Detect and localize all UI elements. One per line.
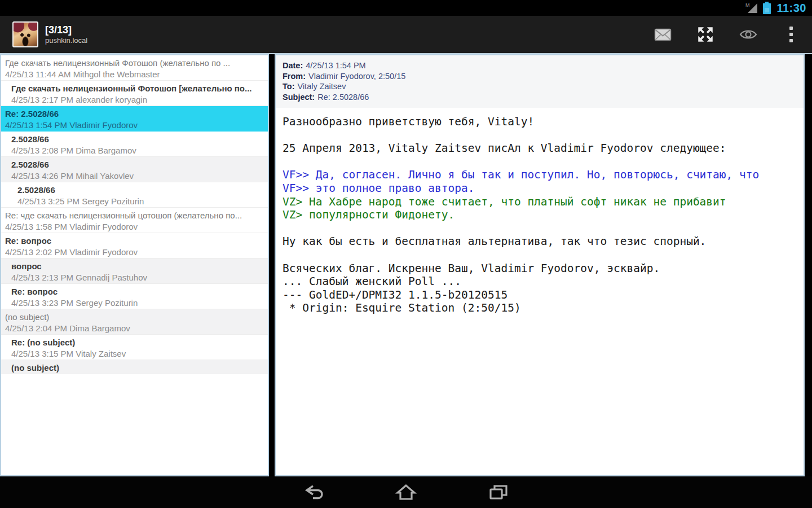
header-value: Vitaly Zaitsev <box>297 82 346 91</box>
body-line: VZ> популярности Фидонету. <box>283 208 800 222</box>
body-line: * Origin: Esquire Station (2:50/15) <box>283 301 800 315</box>
list-item[interactable]: 2.5028/664/25/13 4:26 PM Mihail Yakovlev <box>1 157 268 182</box>
overflow-menu-button[interactable] <box>782 25 801 44</box>
list-item[interactable]: (no subject) <box>1 360 268 374</box>
message-subject: Re: (no subject) <box>11 336 263 348</box>
body-line: ... Слабый женский Poll ... <box>283 275 800 288</box>
message-list: Где скачать нелицензионный Фотошоп (жела… <box>0 54 269 476</box>
header-row: To:Vitaly Zaitsev <box>283 81 797 92</box>
list-item[interactable]: 2.5028/664/25/13 2:08 PM Dima Bargamov <box>1 132 268 157</box>
message-body: Разнообразно приветствую тебя, Vitaly!25… <box>276 108 804 315</box>
body-line: VF>> Да, согласен. Лично я бы так и пост… <box>283 168 800 182</box>
message-date-author: 4/25/13 1:54 PM Vladimir Fyodorov <box>5 120 263 131</box>
battery-icon <box>762 1 771 15</box>
message-date-author: 4/25/13 11:44 AM Mithgol the Webmaster <box>5 69 263 80</box>
message-subject: Где скачать нелицензионный Фотошоп (жела… <box>5 57 263 69</box>
body-line <box>283 155 800 169</box>
status-bar: M 11:30 <box>0 0 812 16</box>
message-date-author: 4/25/13 4:26 PM Mihail Yakovlev <box>11 170 263 182</box>
page-subtitle: pushkin.local <box>45 36 653 45</box>
back-icon <box>302 484 325 501</box>
list-item[interactable]: вопрос4/25/13 2:13 PM Gennadij Pastuhov <box>1 259 268 284</box>
body-line: --- GoldED+/DPMI32 1.1.5-b20120515 <box>283 288 800 302</box>
message-subject: 2.5028/66 <box>11 159 263 170</box>
header-label: From: <box>283 72 306 81</box>
header-value: 4/25/13 1:54 PM <box>306 61 365 70</box>
eye-icon <box>739 28 757 41</box>
header-row: From:Vladimir Fyodorov, 2:50/15 <box>283 71 797 82</box>
message-subject: 2.5028/66 <box>11 133 263 145</box>
back-button[interactable] <box>299 481 328 503</box>
list-item[interactable]: (no subject)4/25/13 2:04 PM Dima Bargamo… <box>1 309 268 335</box>
list-item[interactable]: Re: 2.5028/664/25/13 1:54 PM Vladimir Fy… <box>1 106 268 132</box>
fullscreen-icon <box>696 25 715 44</box>
body-line <box>283 129 800 142</box>
list-item[interactable]: 2.5028/664/25/13 3:25 PM Sergey Pozituri… <box>1 182 268 208</box>
message-subject: Где скачать нелицензионный Фотошоп [жела… <box>11 82 263 94</box>
fullscreen-button[interactable] <box>696 25 715 44</box>
list-item[interactable]: Re: чде скачать нелицензионный цотошоп (… <box>1 208 268 233</box>
content-area: Где скачать нелицензионный Фотошоп (жела… <box>0 54 812 476</box>
home-button[interactable] <box>391 481 421 503</box>
header-row: Subject:Re: 2.5028/66 <box>283 92 797 103</box>
body-line: VZ> На Хабре народ тоже считает, что пла… <box>283 195 800 209</box>
list-item[interactable]: Где скачать нелицензионный Фотошоп [жела… <box>1 81 268 106</box>
message-date-author: 4/25/13 2:04 PM Dima Bargamov <box>5 323 263 334</box>
action-bar: [3/13] pushkin.local <box>0 16 812 53</box>
message-subject: Re: вопрос <box>5 235 263 247</box>
message-date-author: 4/25/13 2:17 PM alexander koryagin <box>11 94 263 106</box>
recent-apps-button[interactable] <box>484 481 513 503</box>
message-headers: Date:4/25/13 1:54 PMFrom:Vladimir Fyodor… <box>276 55 804 108</box>
body-line: Ну как бы есть и бесплатная альтернатива… <box>283 235 800 248</box>
navigation-bar <box>0 476 812 508</box>
recent-apps-icon <box>488 484 509 501</box>
message-subject: (no subject) <box>11 362 263 374</box>
app-icon-dog-photo[interactable] <box>12 21 38 47</box>
list-item[interactable]: Re: вопрос4/25/13 3:23 PM Sergey Pozitur… <box>1 284 268 309</box>
body-line: 25 Апреля 2013, Vitaly Zaitsev писАл к V… <box>283 142 800 155</box>
home-icon <box>395 484 417 501</box>
message-date-author: 4/25/13 3:23 PM Sergey Poziturin <box>11 297 263 309</box>
message-subject: вопрос <box>11 260 263 272</box>
body-line <box>283 248 800 262</box>
body-line: Разнообразно приветствую тебя, Vitaly! <box>283 115 800 129</box>
message-date-author: 4/25/13 3:15 PM Vitaly Zaitsev <box>11 348 263 360</box>
message-date-author: 4/25/13 1:58 PM Vladimir Fyodorov <box>5 221 263 233</box>
message-subject: Re: 2.5028/66 <box>5 108 263 120</box>
header-value: Vladimir Fyodorov, 2:50/15 <box>308 72 405 81</box>
body-line: Всяческих благ. Искренне Ваш, Vladimir F… <box>283 262 800 275</box>
message-date-author: 4/25/13 2:13 PM Gennadij Pastuhov <box>11 272 263 283</box>
signal-badge-text: M <box>745 2 750 8</box>
header-label: Date: <box>283 61 303 70</box>
mail-button[interactable] <box>653 25 672 44</box>
list-item[interactable]: Где скачать нелицензионный Фотошоп (жела… <box>1 55 268 81</box>
message-date-author: 4/25/13 2:02 PM Vladimir Fyodorov <box>5 247 263 258</box>
clock: 11:30 <box>776 2 806 15</box>
message-pane: Date:4/25/13 1:54 PMFrom:Vladimir Fyodor… <box>275 54 805 476</box>
message-subject: (no subject) <box>5 311 263 323</box>
header-label: Subject: <box>283 93 315 102</box>
message-date-author: 4/25/13 3:25 PM Sergey Poziturin <box>17 196 263 207</box>
header-label: To: <box>283 82 294 91</box>
mail-icon <box>654 28 672 41</box>
header-value: Re: 2.5028/66 <box>317 93 369 102</box>
list-item[interactable]: Re: вопрос4/25/13 2:02 PM Vladimir Fyodo… <box>1 233 268 259</box>
body-line: VF>> это полное право автора. <box>283 182 800 195</box>
cell-signal-icon: M <box>745 2 758 14</box>
message-subject: Re: чде скачать нелицензионный цотошоп (… <box>5 209 263 221</box>
screen: { "status_bar": { "time": "11:30", "acce… <box>0 0 812 508</box>
message-date-author: 4/25/13 2:08 PM Dima Bargamov <box>11 145 263 156</box>
view-toggle-button[interactable] <box>739 25 758 44</box>
page-title: [3/13] <box>45 24 653 36</box>
message-subject: 2.5028/66 <box>17 184 263 196</box>
overflow-menu-icon <box>789 25 793 43</box>
list-item[interactable]: Re: (no subject)4/25/13 3:15 PM Vitaly Z… <box>1 335 268 360</box>
action-bar-title-area[interactable]: [3/13] pushkin.local <box>45 24 653 45</box>
action-bar-buttons <box>653 25 804 44</box>
body-line <box>283 222 800 235</box>
message-subject: Re: вопрос <box>11 286 263 297</box>
header-row: Date:4/25/13 1:54 PM <box>283 60 797 71</box>
